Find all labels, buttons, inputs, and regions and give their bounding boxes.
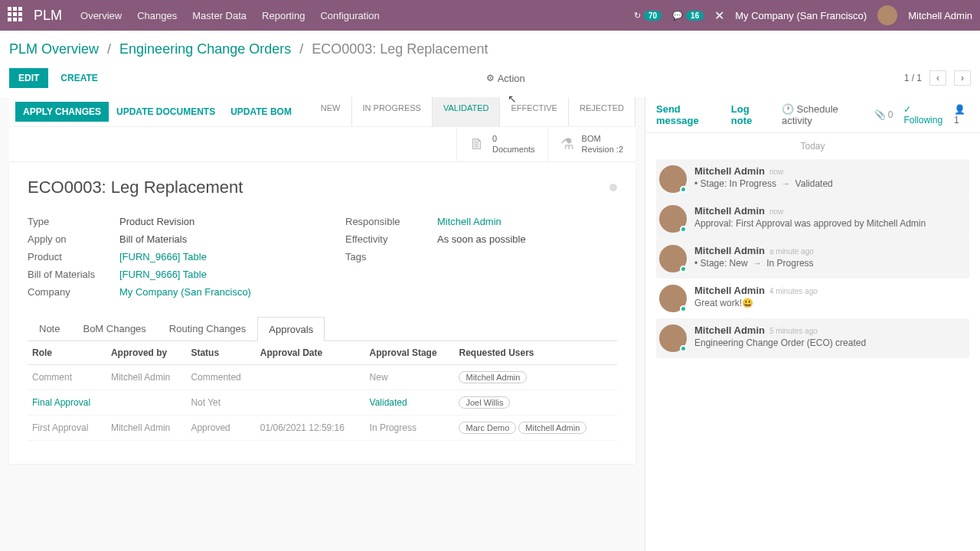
document-icon: 🗎 <box>469 135 485 153</box>
msg-content: Great work!😃 <box>694 298 966 308</box>
clock-icon: ↻ <box>634 11 641 21</box>
tab-routingchanges[interactable]: Routing Changes <box>158 316 257 341</box>
tab-note[interactable]: Note <box>28 316 71 341</box>
avatar[interactable] <box>659 165 687 193</box>
msg-author[interactable]: Mitchell Admin <box>694 165 765 177</box>
chatter-bar: Send message Log note 🕐 Schedule activit… <box>645 97 980 133</box>
flask-icon: ⚗ <box>560 135 574 153</box>
schedule-activity-button[interactable]: 🕐 Schedule activity <box>782 103 861 126</box>
nav-masterdata[interactable]: Master Data <box>192 10 247 21</box>
stat-row: 🗎 0Documents ⚗ BOMRevision :2 <box>9 127 635 162</box>
create-button[interactable]: CREATE <box>51 68 106 88</box>
bc-parent[interactable]: Engineering Change Orders <box>119 41 291 57</box>
gear-icon: ⚙ <box>486 73 495 83</box>
avatar[interactable] <box>659 324 687 352</box>
user-chip[interactable]: Mitchell Admin <box>459 371 527 383</box>
breadcrumb: PLM Overview / Engineering Change Orders… <box>0 31 980 64</box>
pager-prev[interactable]: ‹ <box>929 70 946 86</box>
apply-changes-button[interactable]: APPLY CHANGES <box>15 102 109 122</box>
messages-indicator[interactable]: 💬 16 <box>672 11 704 21</box>
user-chip[interactable]: Marc Demo <box>459 422 516 434</box>
log-note-button[interactable]: Log note <box>731 103 768 126</box>
update-documents-button[interactable]: UPDATE DOCUMENTS <box>109 102 223 122</box>
table-row[interactable]: CommentMitchell AdminCommentedNewMitchel… <box>28 364 617 390</box>
msg-author[interactable]: Mitchell Admin <box>694 245 765 256</box>
approvals-table: Role Approved by Status Approval Date Ap… <box>28 341 617 441</box>
priority-dot[interactable] <box>609 184 617 191</box>
msg-content: Engineering Change Order (ECO) created <box>694 337 966 348</box>
stage-inprogress[interactable]: IN PROGRESS <box>352 97 433 126</box>
activity-indicator[interactable]: ↻ 70 <box>634 11 662 21</box>
record-title: ECO0003: Leg Replacement <box>28 178 617 197</box>
apps-icon[interactable] <box>8 7 24 24</box>
stat-bom[interactable]: ⚗ BOMRevision :2 <box>547 127 635 161</box>
send-message-button[interactable]: Send message <box>656 103 717 126</box>
nav-changes[interactable]: Changes <box>137 10 177 21</box>
stage-validated[interactable]: VALIDATED <box>433 97 501 126</box>
field-product[interactable]: [FURN_9666] Table <box>119 251 207 262</box>
msg-time: 4 minutes ago <box>769 287 818 295</box>
tabs: Note BoM Changes Routing Changes Approva… <box>28 316 617 341</box>
chatter-message: Mitchell Admina minute ago Stage: New → … <box>656 239 969 279</box>
stage-effective[interactable]: EFFECTIVE <box>500 97 569 126</box>
control-row: EDIT CREATE ⚙ Action 1 / 1 ‹ › <box>0 64 980 97</box>
tab-approvals[interactable]: Approvals <box>257 317 325 341</box>
user-menu[interactable]: Mitchell Admin <box>908 10 972 21</box>
msg-author[interactable]: Mitchell Admin <box>694 285 765 296</box>
stage-bar: NEW IN PROGRESS VALIDATED EFFECTIVE REJE… <box>310 97 635 126</box>
topnav: Overview Changes Master Data Reporting C… <box>80 10 380 21</box>
msg-time: now <box>769 207 783 216</box>
close-icon[interactable]: ✕ <box>714 8 724 23</box>
tab-bomchanges[interactable]: BoM Changes <box>71 316 157 341</box>
pager-count: 1 / 1 <box>904 73 922 83</box>
company-switcher[interactable]: My Company (San Francisco) <box>735 10 867 21</box>
field-responsible[interactable]: Mitchell Admin <box>437 216 501 227</box>
field-bom[interactable]: [FURN_9666] Table <box>119 269 207 280</box>
field-effectivity: As soon as possible <box>437 233 526 245</box>
msg-time: 5 minutes ago <box>769 327 818 335</box>
paperclip-icon: 📎 <box>874 109 886 120</box>
avatar[interactable] <box>659 205 687 233</box>
stage-new[interactable]: NEW <box>310 97 352 126</box>
action-dropdown[interactable]: ⚙ Action <box>486 73 525 84</box>
msg-content: Stage: In Progress → Validated <box>694 178 966 189</box>
chatter-message: Mitchell Admin5 minutes ago Engineering … <box>656 318 969 358</box>
table-row[interactable]: Final ApprovalNot YetValidatedJoel Willi… <box>28 390 617 415</box>
field-type: Product Revision <box>119 216 194 227</box>
msg-author[interactable]: Mitchell Admin <box>694 324 765 336</box>
app-title[interactable]: PLM <box>34 8 62 24</box>
follower-count[interactable]: 👤 1 <box>954 104 969 126</box>
update-bom-button[interactable]: UPDATE BOM <box>223 102 299 122</box>
stat-documents[interactable]: 🗎 0Documents <box>456 127 547 161</box>
nav-reporting[interactable]: Reporting <box>262 10 305 21</box>
status-row: APPLY CHANGES UPDATE DOCUMENTS UPDATE BO… <box>9 97 635 127</box>
nav-configuration[interactable]: Configuration <box>320 10 379 21</box>
field-applyon: Bill of Materials <box>119 233 187 245</box>
nav-overview[interactable]: Overview <box>80 10 122 21</box>
pager-next[interactable]: › <box>954 70 971 86</box>
chatter-message: Mitchell Adminnow Approval: First Approv… <box>656 199 969 239</box>
topbar: PLM Overview Changes Master Data Reporti… <box>0 0 980 31</box>
edit-button[interactable]: EDIT <box>9 68 48 88</box>
table-row[interactable]: First ApprovalMitchell AdminApproved01/0… <box>28 415 617 440</box>
msg-time: now <box>769 168 783 176</box>
chatter-message: Mitchell Adminnow Stage: In Progress → V… <box>656 159 969 199</box>
clock-icon: 🕐 <box>782 103 794 115</box>
following-button[interactable]: ✓ Following <box>903 104 942 126</box>
user-chip[interactable]: Mitchell Admin <box>518 422 586 434</box>
msg-author[interactable]: Mitchell Admin <box>694 205 765 217</box>
msg-time: a minute ago <box>769 247 814 256</box>
avatar[interactable] <box>659 285 687 312</box>
stage-rejected[interactable]: REJECTED <box>569 97 635 126</box>
bc-root[interactable]: PLM Overview <box>9 41 99 57</box>
field-company[interactable]: My Company (San Francisco) <box>119 286 251 298</box>
form-sheet: ECO0003: Leg Replacement TypeProduct Rev… <box>9 162 635 464</box>
avatar[interactable] <box>659 245 687 272</box>
avatar[interactable] <box>877 5 897 25</box>
user-chip[interactable]: Joel Willis <box>459 396 510 409</box>
chatter-message: Mitchell Admin4 minutes ago Great work!😃 <box>656 279 969 318</box>
chatter-date-label: Today <box>656 141 969 152</box>
pager: 1 / 1 ‹ › <box>904 70 971 86</box>
bc-current: ECO0003: Leg Replacement <box>312 41 488 57</box>
attachment-count[interactable]: 📎0 <box>874 109 893 120</box>
